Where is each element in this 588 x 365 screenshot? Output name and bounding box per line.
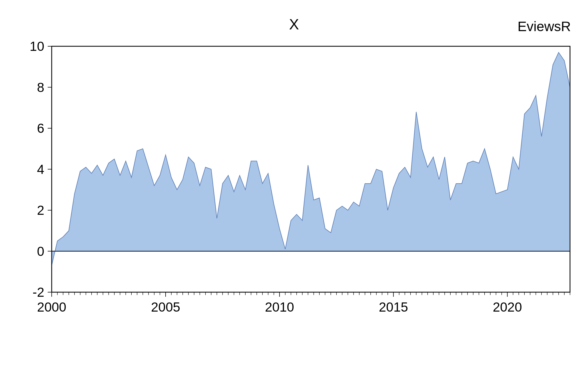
svg-rect-113 — [52, 46, 570, 292]
svg-text:2: 2 — [37, 203, 44, 218]
chart-container: X EviewsR -2024681020002005201020152020 — [0, 0, 588, 365]
svg-text:8: 8 — [37, 80, 44, 95]
svg-text:-2: -2 — [33, 285, 44, 300]
svg-text:10: 10 — [30, 39, 44, 54]
svg-text:2005: 2005 — [151, 300, 180, 314]
svg-text:2015: 2015 — [379, 300, 408, 314]
svg-text:2010: 2010 — [265, 300, 294, 314]
svg-text:6: 6 — [37, 121, 44, 136]
svg-text:2020: 2020 — [493, 300, 522, 314]
svg-text:4: 4 — [37, 162, 44, 177]
svg-text:2000: 2000 — [37, 300, 66, 314]
chart-svg: -2024681020002005201020152020 — [0, 0, 588, 365]
svg-rect-0 — [52, 46, 570, 292]
svg-text:0: 0 — [37, 244, 44, 259]
